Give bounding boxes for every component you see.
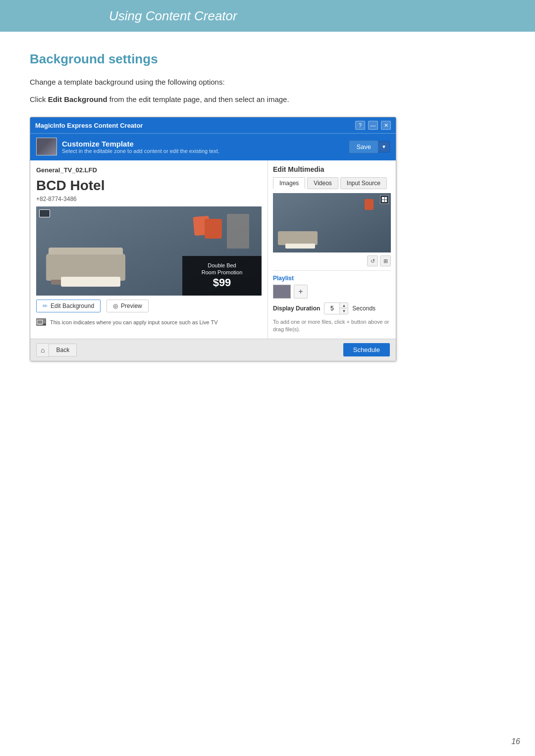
page-title: Background settings bbox=[30, 51, 505, 67]
icon-note-area: This icon indicates where you can apply … bbox=[36, 318, 262, 326]
hotel-phone-text: +82-8774-3486 bbox=[36, 196, 262, 202]
edit-background-bold: Edit Background bbox=[48, 95, 107, 103]
media-preview-area bbox=[273, 193, 391, 252]
preview-label: Preview bbox=[121, 302, 142, 309]
spinner-up-button[interactable]: ▲ bbox=[340, 303, 348, 308]
left-panel: General_TV_02.LFD BCD Hotel +82-8774-348… bbox=[30, 160, 268, 339]
edit-multimedia-title: Edit Multimedia bbox=[273, 165, 391, 173]
subheader-left: Customize Template Select in the editabl… bbox=[36, 138, 219, 155]
template-file-name: General_TV_02.LFD bbox=[36, 166, 262, 174]
orange-chair-shape bbox=[205, 219, 222, 239]
tv-input-icon-note bbox=[36, 318, 46, 326]
left-bottom-bar: ✏ Edit Background ◎ Preview bbox=[36, 300, 262, 312]
schedule-button[interactable]: Schedule bbox=[343, 343, 390, 356]
save-dropdown-button[interactable]: ▼ bbox=[378, 141, 390, 152]
media-preview-sofa bbox=[278, 231, 318, 245]
coffee-table-shape bbox=[61, 277, 120, 287]
svg-rect-1 bbox=[39, 324, 41, 324]
expand-button[interactable]: ⊞ bbox=[380, 255, 391, 266]
hotel-background-image: Double Bed Room Promotion $99 bbox=[36, 206, 262, 296]
promo-label-text-2: Room Promotion bbox=[202, 269, 243, 275]
duration-label: Display Duration bbox=[273, 305, 320, 312]
playlist-thumbnail bbox=[273, 285, 291, 299]
save-button-group: Save ▼ bbox=[349, 140, 390, 153]
subheader-text: Customize Template Select in the editabl… bbox=[62, 140, 219, 154]
add-files-note: To add one or more files, click + button… bbox=[273, 318, 391, 334]
page-number: 16 bbox=[511, 737, 520, 746]
edit-bg-label: Edit Background bbox=[51, 302, 94, 309]
app-titlebar: MagicInfo Express Content Creator ? — ✕ bbox=[30, 117, 396, 133]
top-header-bar: Using Content Creator bbox=[0, 0, 535, 32]
back-button-group: ⌂ Back bbox=[36, 343, 77, 357]
duration-input-group: ▲ ▼ bbox=[324, 302, 348, 314]
minimize-button[interactable]: — bbox=[368, 121, 378, 130]
tab-input-source[interactable]: Input Source bbox=[340, 177, 387, 189]
hotel-name-text: BCD Hotel bbox=[36, 178, 262, 194]
preview-circle-icon: ◎ bbox=[113, 302, 118, 309]
close-button[interactable]: ✕ bbox=[381, 121, 391, 130]
home-button[interactable]: ⌂ bbox=[36, 343, 49, 357]
titlebar-controls: ? — ✕ bbox=[355, 121, 391, 130]
app-title: MagicInfo Express Content Creator bbox=[35, 122, 143, 129]
help-button[interactable]: ? bbox=[355, 121, 365, 130]
pencil-icon: ✏ bbox=[43, 302, 48, 309]
playlist-add-button[interactable]: + bbox=[294, 285, 308, 299]
media-action-row: ↺ ⊞ bbox=[273, 255, 391, 266]
svg-rect-0 bbox=[37, 320, 43, 324]
duration-input[interactable] bbox=[324, 303, 339, 313]
app-bottom-bar: ⌂ Back Schedule bbox=[30, 339, 396, 361]
instruction-line-1: Change a template background using the f… bbox=[30, 77, 505, 88]
back-button[interactable]: Back bbox=[49, 344, 77, 356]
grid-view-icon[interactable] bbox=[380, 195, 389, 204]
media-tabs: Images Videos Input Source bbox=[273, 177, 391, 189]
tab-images[interactable]: Images bbox=[273, 177, 305, 189]
template-thumbnail bbox=[36, 138, 57, 155]
app-subheader: Customize Template Select in the editabl… bbox=[30, 133, 396, 160]
promo-label-text: Double Bed bbox=[208, 262, 236, 268]
media-preview-chair bbox=[365, 199, 374, 210]
playlist-label: Playlist bbox=[273, 275, 391, 282]
instruction-prefix: Click bbox=[30, 95, 48, 103]
promo-overlay: Double Bed Room Promotion $99 bbox=[182, 256, 262, 296]
preview-button[interactable]: ◎ Preview bbox=[107, 300, 149, 312]
playlist-section: Playlist + Display Duration ▲ ▼ bbox=[273, 270, 391, 334]
right-panel: Edit Multimedia Images Videos Input Sour… bbox=[268, 160, 396, 339]
icon-note-text: This icon indicates where you can apply … bbox=[50, 319, 218, 325]
duration-unit: Seconds bbox=[352, 305, 375, 312]
main-content-area: Background settings Change a template ba… bbox=[0, 32, 535, 756]
playlist-items: + bbox=[273, 285, 391, 299]
app-window: MagicInfo Express Content Creator ? — ✕ … bbox=[30, 117, 396, 361]
input-source-icon-small bbox=[39, 209, 50, 217]
save-button[interactable]: Save bbox=[349, 140, 378, 153]
page-section-title: Using Content Creator bbox=[109, 8, 237, 24]
media-preview-table bbox=[285, 244, 315, 249]
edit-background-button[interactable]: ✏ Edit Background bbox=[36, 300, 101, 312]
instruction-suffix: from the edit template page, and then se… bbox=[107, 95, 289, 103]
duration-row: Display Duration ▲ ▼ Seconds bbox=[273, 302, 391, 314]
refresh-button[interactable]: ↺ bbox=[367, 255, 378, 266]
duration-spinner: ▲ ▼ bbox=[339, 303, 348, 314]
customize-template-subtitle: Select in the editable zone to add conte… bbox=[62, 148, 219, 154]
customize-template-heading: Customize Template bbox=[62, 140, 219, 148]
app-body: General_TV_02.LFD BCD Hotel +82-8774-348… bbox=[30, 160, 396, 339]
instruction-line-2: Click Edit Background from the edit temp… bbox=[30, 94, 505, 105]
promo-price-text: $99 bbox=[213, 276, 231, 289]
wall-panel-shape bbox=[227, 214, 249, 249]
tab-videos[interactable]: Videos bbox=[307, 177, 338, 189]
spinner-down-button[interactable]: ▼ bbox=[340, 308, 348, 314]
